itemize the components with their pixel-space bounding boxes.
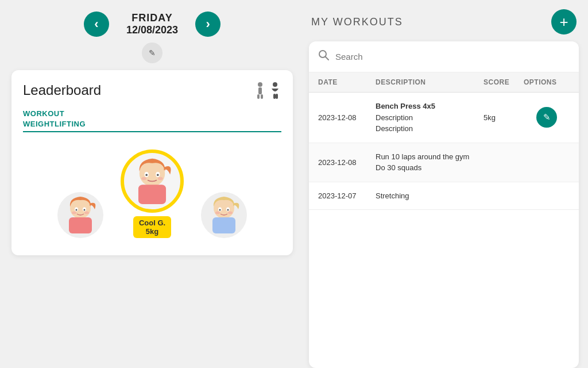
svg-point-14 <box>84 212 89 214</box>
first-place: Cool G. 5kg <box>121 150 184 238</box>
add-workout-button[interactable]: + <box>551 9 577 34</box>
svg-rect-16 <box>138 185 166 204</box>
svg-point-28 <box>227 209 229 211</box>
day-label: FRIDAY <box>126 12 178 24</box>
third-avatar <box>201 192 247 238</box>
next-day-button[interactable]: › <box>195 12 220 37</box>
table-row: 2023-12-07 Stretching <box>309 182 579 210</box>
svg-point-31 <box>319 51 326 57</box>
leaderboard-card: Leaderboard WORKOUTWEIGHTLI <box>11 70 293 255</box>
date-navigator: ‹ FRIDAY 12/08/2023 › <box>84 12 220 37</box>
header-options: OPTIONS <box>524 78 570 86</box>
leaderboard-title: Leaderboard <box>23 82 101 98</box>
pencil-icon: ✎ <box>149 48 156 57</box>
workout-options-1: ✎ <box>524 107 570 128</box>
avatar-svg-2 <box>57 192 103 238</box>
male-icon <box>254 82 266 99</box>
svg-rect-6 <box>276 94 278 99</box>
svg-rect-1 <box>258 87 262 94</box>
workout-date-1: 2023-12-08 <box>318 113 376 122</box>
svg-rect-8 <box>69 217 92 233</box>
female-icon <box>269 82 281 99</box>
workout-date-2: 2023-12-08 <box>318 158 376 167</box>
second-place <box>57 192 103 238</box>
table-row: 2023-12-08 Bench Press 4x5 DescriptionDe… <box>309 93 579 143</box>
search-input[interactable] <box>335 52 570 62</box>
chevron-left-icon: ‹ <box>94 17 98 32</box>
second-avatar <box>57 192 103 238</box>
workout-desc-1: Bench Press 4x5 DescriptionDescription <box>376 101 483 135</box>
workout-title-1: Bench Press 4x5 <box>376 101 483 112</box>
svg-point-22 <box>158 177 163 180</box>
date-label: 12/08/2023 <box>126 24 178 36</box>
right-panel: MY WORKOUTS + DATE DESCRIPTION SCORE OPT… <box>304 0 588 368</box>
edit-workout-button-1[interactable]: ✎ <box>536 107 557 128</box>
svg-rect-5 <box>273 94 276 99</box>
workout-desc-3: Stretching <box>376 190 483 202</box>
leaderboard-header: Leaderboard <box>23 82 281 99</box>
winner-label: Cool G. 5kg <box>133 216 171 238</box>
table-row: 2023-12-08 Run 10 laps around the gymDo … <box>309 143 579 182</box>
workout-detail-2: Run 10 laps around the gymDo 30 squads <box>376 151 483 174</box>
workout-detail-1: DescriptionDescription <box>376 112 483 135</box>
right-header: MY WORKOUTS + <box>309 9 579 34</box>
header-description: DESCRIPTION <box>376 78 483 86</box>
svg-rect-3 <box>261 94 263 99</box>
svg-rect-2 <box>257 94 260 99</box>
my-workouts-title: MY WORKOUTS <box>311 16 403 28</box>
workouts-card: DATE DESCRIPTION SCORE OPTIONS 2023-12-0… <box>309 41 579 368</box>
podium-area: Cool G. 5kg <box>23 144 281 244</box>
gender-icons <box>254 82 281 99</box>
svg-point-11 <box>76 209 78 211</box>
header-date: DATE <box>318 78 376 86</box>
svg-point-4 <box>273 82 277 87</box>
search-icon <box>318 49 330 64</box>
chevron-right-icon: › <box>206 17 210 32</box>
avatar-svg-1 <box>124 153 180 209</box>
search-bar <box>309 41 579 72</box>
svg-line-32 <box>326 57 328 60</box>
svg-rect-24 <box>212 217 235 233</box>
first-avatar <box>121 150 184 213</box>
svg-point-13 <box>72 212 76 214</box>
pencil-icon-1: ✎ <box>543 112 551 122</box>
prev-day-button[interactable]: ‹ <box>84 12 109 37</box>
workout-score-1: 5kg <box>483 113 524 122</box>
date-display: FRIDAY 12/08/2023 <box>126 12 178 36</box>
avatar-svg-3 <box>201 192 247 238</box>
svg-point-21 <box>141 177 146 180</box>
date-edit-button[interactable]: ✎ <box>142 43 163 63</box>
workout-tab[interactable]: WORKOUTWEIGHTLIFTING <box>23 108 281 132</box>
svg-point-20 <box>157 174 159 177</box>
workout-tab-label: WORKOUTWEIGHTLIFTING <box>23 109 86 128</box>
workout-date-3: 2023-12-07 <box>318 191 376 200</box>
plus-icon: + <box>559 14 568 29</box>
svg-point-29 <box>215 212 220 214</box>
third-place <box>201 192 247 238</box>
svg-point-30 <box>228 212 233 214</box>
workout-detail-3: Stretching <box>376 190 483 202</box>
svg-point-19 <box>145 174 148 177</box>
left-panel: ‹ FRIDAY 12/08/2023 › ✎ Leaderboard <box>0 0 304 368</box>
table-header: DATE DESCRIPTION SCORE OPTIONS <box>309 72 579 93</box>
svg-point-0 <box>258 82 262 87</box>
svg-point-12 <box>84 209 86 211</box>
svg-point-27 <box>219 209 221 211</box>
header-score: SCORE <box>483 78 524 86</box>
workout-desc-2: Run 10 laps around the gymDo 30 squads <box>376 151 483 174</box>
